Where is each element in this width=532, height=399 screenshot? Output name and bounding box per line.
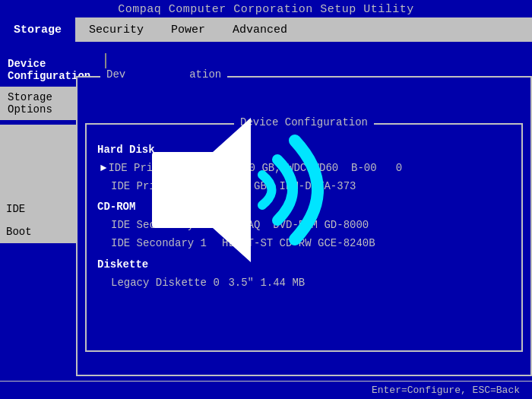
left-label-ide: IDE — [0, 198, 76, 220]
main-panel-title: Dev ation — [100, 68, 227, 81]
device-value: HL-DT-ST CD-RW GCE-8240B — [222, 235, 375, 253]
device-name: IDE Primary 0 — [108, 160, 230, 178]
device-name: IDE Secondary 1 — [100, 235, 222, 253]
device-row: ► IDE Primary 0 60.0 GB, WDC WD60 B-00 0 — [97, 160, 511, 178]
device-name: IDE Primary 1 — [100, 178, 222, 196]
device-panel-title: Device Configuration — [234, 116, 374, 128]
status-bar: Enter=Configure, ESC=Back — [0, 381, 532, 399]
title-bar: Compaq Computer Corporation Setup Utilit… — [0, 0, 532, 17]
left-labels: IDE Boot — [0, 125, 76, 243]
device-value: 34.2 GB, IBM-DPTA-373 — [222, 178, 356, 196]
device-content: Hard Disk ► IDE Primary 0 60.0 GB, WDC W… — [87, 125, 521, 298]
device-panel: Device Configuration Hard Disk ► IDE Pri… — [85, 123, 523, 352]
section-header-diskette: Diskette — [97, 256, 511, 274]
menu-item-storage[interactable]: Storage — [0, 17, 75, 42]
menu-bar: Storage Security Power Advanced — [0, 17, 532, 42]
menu-item-power[interactable]: Power — [157, 17, 219, 42]
device-name: Legacy Diskette 0 — [100, 274, 222, 293]
status-text: Enter=Configure, ESC=Back — [372, 385, 520, 396]
device-row: IDE Secondary 0 COMPAQ DVD-ROM GD-8000 — [97, 217, 511, 235]
device-value: 3.5" 1.44 MB — [222, 274, 305, 293]
device-value: COMPAQ DVD-ROM GD-8000 — [222, 217, 369, 235]
menu-item-advanced[interactable]: Advanced — [219, 17, 301, 42]
device-row: IDE Secondary 1 HL-DT-ST CD-RW GCE-8240B — [97, 235, 511, 253]
menu-item-security[interactable]: Security — [75, 17, 157, 42]
device-name: IDE Secondary 0 — [100, 217, 222, 235]
device-value: 60.0 GB, WDC WD60 B-00 0 — [230, 160, 402, 178]
arrow-icon: ► — [100, 160, 106, 178]
section-header-harddisk: Hard Disk — [97, 141, 511, 160]
app-title: Compaq Computer Corporation Setup Utilit… — [118, 3, 414, 16]
device-row: IDE Primary 1 34.2 GB, IBM-DPTA-373 — [97, 178, 511, 196]
device-row: Legacy Diskette 0 3.5" 1.44 MB — [97, 274, 511, 293]
section-header-cdrom: CD-ROM — [97, 198, 511, 217]
main-panel: Dev ation Device Configuration Hard Disk… — [76, 76, 532, 376]
left-label-boot: Boot — [0, 220, 76, 243]
